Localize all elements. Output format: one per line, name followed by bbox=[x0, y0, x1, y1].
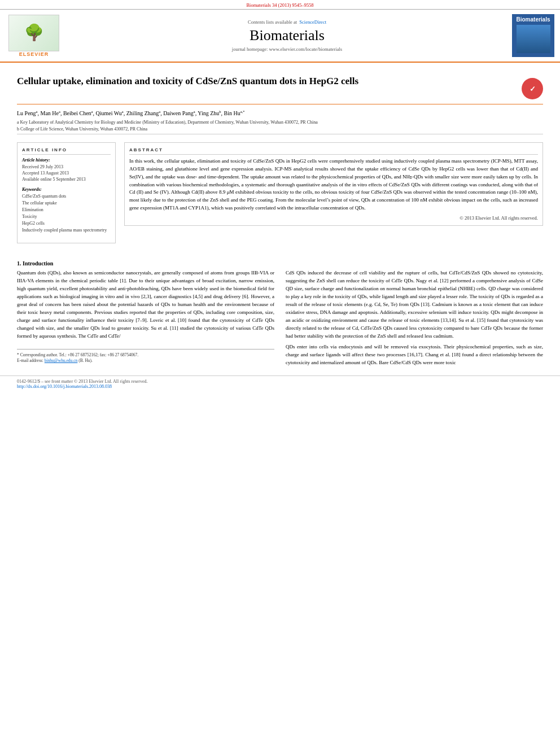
article-title: Cellular uptake, elimination and toxicit… bbox=[17, 75, 522, 88]
sup-a-star: a,* bbox=[240, 110, 245, 113]
authors-section: Lu Penga, Man Hea, Beibei Chena, Qiumei … bbox=[17, 104, 543, 137]
available-date: Available online 5 September 2013 bbox=[22, 176, 111, 182]
affiliations: a Key Laboratory of Analytical Chemistry… bbox=[17, 117, 543, 134]
footnote-email: E-mail address: binhu@whu.edu.cn (B. Hu)… bbox=[17, 358, 274, 364]
keyword-1: CdSe/ZnS quantum dots bbox=[22, 193, 111, 200]
keyword-6: Inductively coupled plasma mass spectrom… bbox=[22, 227, 111, 234]
intro-heading: 1. Introduction bbox=[17, 260, 543, 267]
crossmark-badge: ✓ bbox=[522, 78, 543, 99]
article-content: Cellular uptake, elimination and toxicit… bbox=[0, 63, 560, 375]
elsevier-brand-text: ELSEVIER bbox=[19, 51, 49, 57]
sup-a5: a bbox=[159, 110, 160, 113]
abstract-box: ABSTRACT In this work, the cellular upta… bbox=[124, 142, 543, 226]
article-info-column: ARTICLE INFO Article history: Received 2… bbox=[17, 142, 116, 250]
intro-col2-para1: CdS QDs induced the decrease of cell via… bbox=[286, 269, 543, 340]
keywords-list: CdSe/ZnS quantum dots The cellular uptak… bbox=[22, 193, 111, 234]
journal-citation-text: Biomaterials 34 (2013) 9545–9558 bbox=[246, 2, 313, 8]
keyword-5: HepG2 cells bbox=[22, 220, 111, 227]
abstract-text: In this work, the cellular uptake, elimi… bbox=[129, 158, 538, 213]
journal-citation-bar: Biomaterials 34 (2013) 9545–9558 bbox=[0, 0, 560, 10]
footer-bar: 0142-9612/$ – see front matter © 2013 El… bbox=[0, 375, 560, 392]
article-history-group: Article history: Received 29 July 2013 A… bbox=[22, 158, 111, 183]
abstract-column: ABSTRACT In this work, the cellular upta… bbox=[124, 142, 543, 250]
received-date: Received 29 July 2013 bbox=[22, 164, 111, 170]
keyword-3: Elimination bbox=[22, 207, 111, 213]
sup-a3: a bbox=[91, 110, 93, 113]
copyright-line: © 2013 Elsevier Ltd. All rights reserved… bbox=[129, 212, 538, 221]
article-info-label: ARTICLE INFO bbox=[22, 147, 111, 155]
article-info-box: ARTICLE INFO Article history: Received 2… bbox=[17, 142, 116, 244]
body-col-right: CdS QDs induced the decrease of cell via… bbox=[286, 269, 543, 369]
article-title-section: Cellular uptake, elimination and toxicit… bbox=[17, 68, 543, 104]
journal-title: Biomaterials bbox=[250, 27, 325, 44]
footnote-area: * Corresponding author. Tel.: +86 27 687… bbox=[17, 349, 274, 364]
intro-col2-para2: QDs enter into cells via endocytosis and… bbox=[286, 343, 543, 367]
sup-a1: a bbox=[36, 110, 38, 113]
keywords-label: Keywords: bbox=[22, 187, 111, 192]
sup-b: b bbox=[219, 110, 221, 113]
elsevier-logo: 🌳 ELSEVIER bbox=[6, 14, 62, 57]
body-columns: Quantum dots (QDs), also known as semico… bbox=[17, 269, 543, 369]
history-label: Article history: bbox=[22, 158, 111, 163]
sup-a4: a bbox=[122, 110, 124, 113]
elsevier-logo-image: 🌳 bbox=[8, 15, 59, 51]
footer-doi: http://dx.doi.org/10.1016/j.biomaterials… bbox=[17, 384, 543, 389]
footer-issn: 0142-9612/$ – see front matter © 2013 El… bbox=[17, 379, 543, 384]
keyword-4: Toxicity bbox=[22, 213, 111, 220]
doi-link[interactable]: http://dx.doi.org/10.1016/j.biomaterials… bbox=[17, 384, 112, 389]
info-abstract-columns: ARTICLE INFO Article history: Received 2… bbox=[17, 137, 543, 250]
abstract-label: ABSTRACT bbox=[129, 147, 538, 155]
journal-homepage: journal homepage: www.elsevier.com/locat… bbox=[232, 46, 342, 52]
contents-text: Contents lists available at bbox=[248, 19, 297, 25]
authors-line: Lu Penga, Man Hea, Beibei Chena, Qiumei … bbox=[17, 109, 543, 117]
journal-header: 🌳 ELSEVIER Contents lists available at S… bbox=[0, 10, 560, 63]
science-direct-anchor[interactable]: ScienceDirect bbox=[299, 19, 326, 25]
header-center: Contents lists available at ScienceDirec… bbox=[68, 14, 506, 57]
biomaterials-logo-title: Biomaterials bbox=[516, 16, 550, 23]
sup-a2: a bbox=[59, 110, 60, 113]
elsevier-tree-icon: 🌳 bbox=[24, 25, 44, 41]
science-direct-link: Contents lists available at ScienceDirec… bbox=[248, 19, 326, 25]
body-col-left: Quantum dots (QDs), also known as semico… bbox=[17, 269, 274, 369]
keyword-2: The cellular uptake bbox=[22, 200, 111, 207]
affiliation-b: b College of Life Science, Wuhan Univers… bbox=[17, 126, 543, 132]
biomaterials-logo-image bbox=[517, 25, 550, 53]
main-body: 1. Introduction Quantum dots (QDs), also… bbox=[17, 249, 543, 369]
keywords-group: Keywords: CdSe/ZnS quantum dots The cell… bbox=[22, 187, 111, 234]
sup-a6: a bbox=[194, 110, 195, 113]
page: Biomaterials 34 (2013) 9545–9558 🌳 ELSEV… bbox=[0, 0, 560, 392]
homepage-text: journal homepage: www.elsevier.com/locat… bbox=[232, 46, 342, 52]
footnote-corresponding: * Corresponding author. Tel.: +86 27 687… bbox=[17, 352, 274, 359]
affiliation-a: a Key Laboratory of Analytical Chemistry… bbox=[17, 119, 543, 125]
biomaterials-logo-box: Biomaterials bbox=[512, 14, 554, 57]
email-link[interactable]: binhu@whu.edu.cn bbox=[45, 358, 78, 363]
accepted-date: Accepted 13 August 2013 bbox=[22, 170, 111, 176]
intro-col1-para1: Quantum dots (QDs), also known as semico… bbox=[17, 269, 274, 340]
